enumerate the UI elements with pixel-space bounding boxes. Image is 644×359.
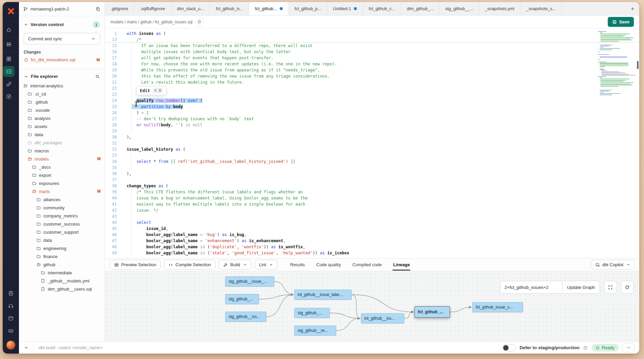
file-tab-Untitled-1[interactable]: Untitled-1 — [327, 2, 363, 15]
editor-line-27[interactable]: 27 -- don't try deduping issues with no … — [105, 116, 639, 122]
editor-line-44[interactable]: 44 select — [105, 219, 639, 226]
file-tab-dim_github_...[interactable]: dim_github_... — [401, 2, 440, 15]
editor-line-41[interactable]: 41 easiest way to flatten multiple label… — [105, 201, 639, 207]
tree-folder-assets[interactable]: assets — [19, 122, 105, 130]
editor-line-23[interactable]: 23 — [105, 91, 639, 98]
editor-line-24[interactable]: 24 qualify row_number() over ( — [105, 98, 639, 104]
editor-line-20[interactable]: 20 this has the effect of removing the n… — [105, 73, 639, 79]
rail-item-clipboard[interactable] — [5, 288, 17, 299]
tree-file-_github__models.yml[interactable]: _github__models.yml — [19, 277, 105, 285]
lineage-node-int_github__issue_labe...[interactable]: int_github__issue_labe... — [294, 290, 352, 300]
lineage-node-stg_github_...[interactable]: stg_github_... — [225, 294, 259, 304]
preview-selection-button[interactable]: Preview Selection — [110, 260, 160, 270]
editor-line-28[interactable]: 28 or nullif(body, '') is null — [105, 122, 639, 128]
rail-item-grid[interactable] — [3, 54, 15, 64]
tree-folder-marts[interactable]: martsM — [19, 187, 105, 195]
tab-results[interactable]: Results — [290, 262, 305, 267]
lineage-node-fct_github_...[interactable]: fct_github_... — [414, 306, 450, 318]
commit-and-sync-button[interactable]: Commit and sync — [24, 33, 100, 44]
file-tab-.sqlfluffignore[interactable]: .sqlfluffignore — [134, 2, 171, 15]
editor-minimap[interactable] — [598, 31, 636, 98]
defer-toggle[interactable] — [502, 344, 516, 351]
copy-path-icon[interactable] — [195, 18, 203, 26]
version-control-header[interactable]: Version control 1 — [19, 16, 105, 30]
lint-button[interactable]: Lint — [255, 260, 277, 270]
file-tab-.gitignore[interactable]: .gitignore — [105, 2, 134, 15]
tab-code-quality[interactable]: Code quality — [316, 262, 341, 267]
edit-popup[interactable]: Edit ⌘ B — [136, 86, 166, 95]
file-tab-_snapshots_s...[interactable]: _snapshots_s... — [520, 2, 562, 15]
dbt-copilot-button[interactable]: dbt Copilot — [591, 260, 635, 270]
lineage-node-stg_github_...[interactable]: stg_github_... — [294, 308, 330, 318]
dbt-logo-icon[interactable] — [6, 6, 16, 16]
tree-folder-intermediate[interactable]: intermediate — [19, 269, 105, 277]
file-tab-dim_slack_u...[interactable]: dim_slack_u... — [171, 2, 210, 15]
editor-line-30[interactable]: 30), — [105, 134, 639, 140]
lineage-node-int_github__iss...[interactable]: int_github__iss... — [361, 313, 404, 323]
save-button[interactable]: Save — [608, 17, 634, 27]
tree-folder-export[interactable]: export — [19, 171, 105, 179]
editor-line-48[interactable]: 48 boolor_agg(label_name in ('duplicate'… — [105, 244, 639, 250]
help-icon[interactable] — [583, 345, 588, 350]
file-tab-_snapshots.yml[interactable]: _snapshots.yml — [479, 2, 520, 15]
rail-item-home[interactable] — [3, 24, 15, 35]
editor-line-18[interactable]: 18 For now, choose the one with more rec… — [105, 61, 639, 67]
tree-folder-data[interactable]: data — [19, 236, 105, 244]
file-tab-stg_github__...[interactable]: stg_github__... — [439, 2, 479, 15]
tree-folder-finance[interactable]: finance — [19, 252, 105, 260]
editor-line-47[interactable]: 47 boolor_agg(label_name = 'enhancement'… — [105, 238, 639, 244]
compile-selection-button[interactable]: Compile Selection — [164, 260, 215, 270]
editor-line-33[interactable]: 33 — [105, 152, 639, 159]
rail-item-compass[interactable] — [3, 91, 15, 102]
tab-compiled-code[interactable]: Compiled code — [352, 262, 382, 267]
tree-folder-analysis[interactable]: analysis — [19, 114, 105, 122]
file-explorer-header[interactable]: File explorer — [19, 69, 105, 82]
code-editor[interactable]: 1with issues as (13 /*15 If an issue has… — [105, 28, 639, 258]
tree-folder-.vscode[interactable]: .vscode — [19, 106, 105, 114]
new-tab-button[interactable] — [626, 2, 639, 15]
user-avatar[interactable] — [6, 341, 15, 350]
editor-line-29[interactable]: 29 — [105, 128, 639, 134]
rail-item-branch[interactable] — [3, 79, 15, 89]
edit-popup-label[interactable]: Edit — [140, 88, 150, 93]
tree-file-dim_github__users.sql[interactable]: dim_github__users.sql — [19, 285, 105, 293]
editor-line-26[interactable]: 26 ) = 1 — [105, 110, 639, 116]
tree-folder-dbt_packages[interactable]: dbt_packages — [19, 139, 105, 147]
tree-folder-alliances[interactable]: alliances — [19, 195, 105, 204]
editor-line-40[interactable]: 40 issue has a bug or enhancement label.… — [105, 195, 639, 201]
rail-item-window[interactable] — [5, 313, 17, 324]
file-tab-fct_github...[interactable]: fct_github... — [249, 2, 289, 15]
tree-folder-internal-analytics[interactable]: internal-analytics — [19, 82, 105, 90]
editor-line-34[interactable]: 34 select * from {{ ref('int_github__iss… — [105, 159, 639, 165]
editor-line-22[interactable]: 22 — [105, 85, 639, 91]
tree-folder-data[interactable]: data — [19, 130, 105, 139]
tree-folder-github[interactable]: github — [19, 260, 105, 269]
editor-line-31[interactable]: 31 — [105, 140, 639, 146]
editor-line-45[interactable]: 45 issue_id, — [105, 226, 639, 232]
tree-folder-customer_support[interactable]: customer_support — [19, 228, 105, 236]
rail-item-headset[interactable] — [5, 300, 17, 311]
more-options-button[interactable] — [622, 343, 635, 353]
lineage-node-stg_github__re...[interactable]: stg_github__re... — [294, 325, 336, 336]
editor-line-42[interactable]: 42 issue. */ — [105, 207, 639, 213]
lineage-node-stg_github__issue_...[interactable]: stg_github__issue_... — [225, 276, 274, 287]
file-tab-fct_github_p...[interactable]: fct_github_p... — [289, 2, 327, 15]
editor-line-38[interactable]: 38change_types as ( — [105, 183, 639, 189]
lineage-node-fct_github_issue_s...[interactable]: fct_github_issue_s... — [472, 302, 523, 312]
tree-folder-_docs[interactable]: _docs — [19, 163, 105, 171]
editor-line-39[interactable]: 39 /* This CTE flattens the different is… — [105, 189, 639, 195]
editor-line-43[interactable]: 43 — [105, 213, 639, 219]
editor-line-16[interactable]: 16 multiple issues with identical body t… — [105, 49, 639, 55]
copy-branch-icon[interactable] — [95, 6, 101, 12]
lineage-node-stg_github__iss...[interactable]: stg_github__iss... — [225, 312, 266, 322]
rail-item-code[interactable] — [3, 66, 15, 77]
tree-folder-.github[interactable]: .github — [19, 98, 105, 106]
editor-line-49[interactable]: 49 boolor_agg(label_name in ('stale', 'g… — [105, 250, 639, 256]
changed-file-item[interactable]: fct_dbt_invocations.sql M — [19, 56, 105, 64]
editor-line-35[interactable]: 35 — [105, 165, 639, 171]
editor-line-25[interactable]: 25 partition by body — [105, 104, 639, 110]
fullscreen-button[interactable] — [604, 281, 617, 294]
file-tab-fct_github_c...[interactable]: fct_github_c... — [363, 2, 401, 15]
tree-folder-engineering[interactable]: engineering — [19, 244, 105, 252]
tree-folder-models[interactable]: modelsM — [19, 155, 105, 163]
